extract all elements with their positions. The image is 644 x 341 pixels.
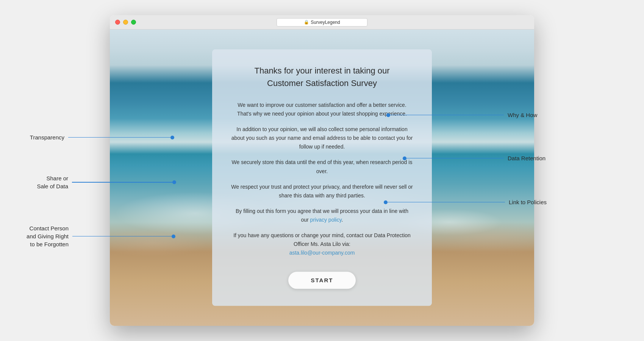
paragraph-share-sale: We respect your trust and protect your p… (231, 183, 413, 200)
annotation-share-sale-label1: Share or (37, 174, 68, 182)
paragraph-contact: If you have any questions or change your… (231, 231, 413, 257)
lock-icon: 🔒 (304, 20, 309, 25)
annotation-transparency-label: Transparency (30, 133, 64, 141)
outer-wrapper: 🔒 SurveyLegend Thanks for your interest … (0, 0, 644, 341)
title-line2: Customer Satisfaction Survey (267, 78, 377, 88)
mac-window: 🔒 SurveyLegend Thanks for your interest … (110, 15, 534, 326)
traffic-lights (115, 20, 136, 25)
email-link[interactable]: asta.lilo@our-company.com (289, 250, 355, 256)
annotation-share-sale-label2: Sale of Data (37, 182, 68, 190)
paragraph-why-how: We want to improve our customer satisfac… (231, 101, 413, 118)
title-bar: 🔒 SurveyLegend (110, 15, 534, 30)
url-text: SurveyLegend (311, 20, 340, 25)
paragraph-data-retention: We securely store this data until the en… (231, 158, 413, 176)
paragraph5-after: . (342, 217, 343, 223)
annotation-contact-label3: to be Forgotten (27, 240, 69, 248)
paragraph-link-policies: By filling out this form you agree that … (231, 207, 413, 224)
annotation-contact-label1: Contact Person (27, 224, 69, 232)
address-bar[interactable]: 🔒 SurveyLegend (277, 18, 367, 27)
annotation-contact-label2: and Giving Right (27, 232, 69, 240)
privacy-policy-link[interactable]: privacy policy (310, 217, 342, 223)
annotation-share-sale-label-container: Share or Sale of Data (37, 174, 68, 190)
title-line1: Thanks for your interest in taking our (254, 66, 389, 75)
browser-content: Thanks for your interest in taking our C… (110, 30, 534, 326)
annotation-contact-person-label-container: Contact Person and Giving Right to be Fo… (27, 224, 69, 248)
survey-card: Thanks for your interest in taking our C… (212, 49, 432, 306)
close-button[interactable] (115, 20, 120, 25)
maximize-button[interactable] (131, 20, 136, 25)
paragraph6-before: If you have any questions or change your… (233, 232, 411, 247)
paragraph-transparency: In addition to your opinion, we will als… (231, 125, 413, 152)
start-button[interactable]: START (288, 272, 356, 289)
survey-title: Thanks for your interest in taking our C… (231, 64, 413, 89)
minimize-button[interactable] (123, 20, 128, 25)
